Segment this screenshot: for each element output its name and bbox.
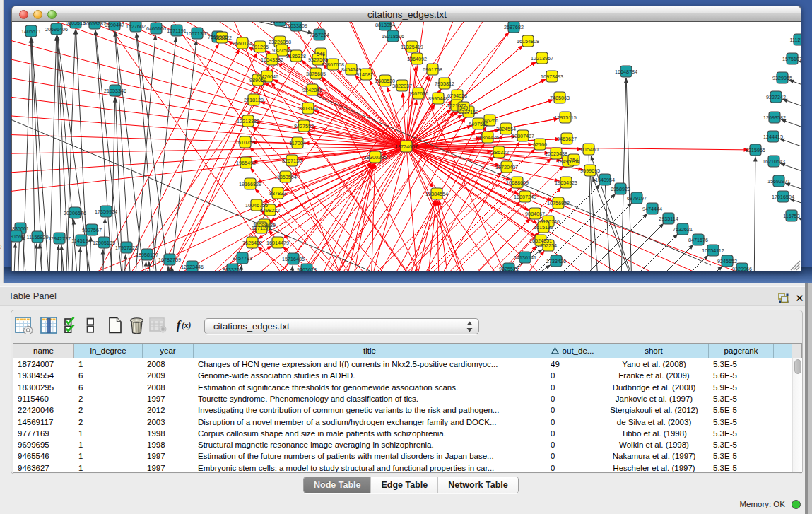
table-row[interactable]: 1456911722003Disruption of a novel membe… — [13, 416, 801, 428]
cell-name[interactable]: 9463627 — [13, 462, 74, 472]
table-chooser-dropdown[interactable]: citations_edges.txt — [204, 318, 479, 334]
pane-divider-handle[interactable]: 〉 — [0, 243, 3, 250]
unselect-all-icon[interactable] — [86, 317, 95, 336]
cell-out-de-[interactable]: 49 — [546, 358, 599, 370]
cell-title[interactable]: Genome-wide association studies in ADHD. — [194, 370, 546, 381]
cell-in-degree[interactable]: 2 — [74, 404, 143, 416]
cell-out-de-[interactable]: 0 — [546, 370, 599, 381]
close-panel-icon[interactable]: ✕ — [794, 293, 805, 304]
cell-name[interactable]: 18300295 — [13, 382, 74, 393]
cell-short[interactable]: de Silva et al. (2003) — [599, 416, 709, 428]
cell-in-degree[interactable]: 1 — [74, 462, 143, 472]
cell-short[interactable]: Jankovic et al. (1997) — [599, 393, 709, 404]
cell-in-degree[interactable]: 2 — [74, 393, 143, 404]
cell-title[interactable]: Tourette syndrome. Phenomenology and cla… — [194, 393, 546, 404]
cell-pagerank[interactable]: 5.3E-5 — [709, 428, 774, 439]
memory-indicator-icon[interactable] — [792, 500, 801, 509]
tab-node-table[interactable]: Node Table — [304, 477, 371, 493]
cell-name[interactable]: 9465546 — [13, 450, 74, 462]
cell-title[interactable]: Changes of HCN gene expression and I(f) … — [194, 358, 546, 370]
cell-year[interactable]: 1998 — [143, 439, 194, 450]
tab-network-table[interactable]: Network Table — [438, 477, 518, 493]
window-titlebar[interactable]: citations_edges.txt — [11, 6, 801, 22]
show-columns-icon[interactable] — [40, 317, 58, 337]
column-header-name[interactable]: name — [13, 344, 74, 358]
table-row[interactable]: 977716911998Corpus callosum shape and si… — [13, 428, 801, 439]
cell-year[interactable]: 2003 — [143, 416, 194, 428]
cell-pagerank[interactable]: 5.3E-5 — [709, 439, 774, 450]
table-row[interactable]: 1830029562008Estimation of significance … — [13, 382, 801, 393]
cell-short[interactable]: Wolkin et al. (1998) — [599, 439, 709, 450]
cell-in-degree[interactable]: 6 — [74, 382, 143, 393]
cell-short[interactable]: Tibbo et al. (1998) — [599, 428, 709, 439]
network-canvas[interactable]: 1405571206914069203516106532878990447152… — [11, 22, 801, 271]
tab-edge-table[interactable]: Edge Table — [371, 477, 438, 493]
cell-name[interactable]: 18724007 — [13, 358, 74, 370]
table-scrollbar-thumb[interactable] — [794, 359, 801, 374]
cell-short[interactable]: Nakamura et al. (1997) — [599, 450, 709, 462]
table-row[interactable]: 2242004622012Investigating the contribut… — [13, 404, 801, 416]
cell-out-de-[interactable]: 0 — [546, 393, 599, 404]
function-builder-icon[interactable]: f(x) — [176, 317, 194, 335]
cell-title[interactable]: Estimation of the future numbers of pati… — [194, 450, 546, 462]
cell-in-degree[interactable]: 1 — [74, 428, 143, 439]
cell-name[interactable]: 9777169 — [13, 428, 74, 439]
cell-pagerank[interactable]: 5.3E-5 — [709, 358, 774, 370]
column-header-pagerank[interactable]: pagerank — [709, 344, 774, 358]
cell-title[interactable]: Corpus callosum shape and size in male p… — [194, 428, 546, 439]
column-header-in-degree[interactable]: in_degree — [74, 344, 143, 358]
column-header-short[interactable]: short — [599, 344, 709, 358]
select-all-icon[interactable] — [64, 317, 76, 336]
cell-out-de-[interactable]: 0 — [546, 450, 599, 462]
cell-year[interactable]: 1997 — [143, 393, 194, 404]
cell-in-degree[interactable]: 2 — [74, 416, 143, 428]
cell-year[interactable]: 1997 — [143, 450, 194, 462]
cell-out-de-[interactable]: 0 — [546, 416, 599, 428]
float-panel-icon[interactable] — [778, 293, 789, 304]
cell-pagerank[interactable]: 5.3E-5 — [709, 462, 774, 472]
cell-year[interactable]: 1997 — [143, 462, 194, 472]
table-row[interactable]: 946362711997Embryonic stem cells: a mode… — [13, 462, 801, 472]
cell-pagerank[interactable]: 5.3E-5 — [709, 450, 774, 462]
cell-year[interactable]: 1998 — [143, 428, 194, 439]
cell-short[interactable]: Hescheler et al. (1997) — [599, 462, 709, 472]
column-header-year[interactable]: year — [143, 344, 194, 358]
table-row[interactable]: 946554611997Estimation of the future num… — [13, 450, 801, 462]
cell-out-de-[interactable]: 0 — [546, 382, 599, 393]
table-row[interactable]: 1938455462009Genome-wide association stu… — [13, 370, 801, 381]
cell-name[interactable]: 9115460 — [13, 393, 74, 404]
delete-column-icon[interactable] — [129, 317, 144, 337]
cell-year[interactable]: 2008 — [143, 382, 194, 393]
cell-name[interactable]: 14569117 — [13, 416, 74, 428]
cell-pagerank[interactable]: 5.3E-5 — [709, 416, 774, 428]
cell-year[interactable]: 2012 — [143, 404, 194, 416]
cell-name[interactable]: 22420046 — [13, 404, 74, 416]
cell-title[interactable]: Investigating the contribution of common… — [194, 404, 546, 416]
cell-out-de-[interactable]: 0 — [546, 462, 599, 472]
cell-short[interactable]: Dudbridge et al. (2008) — [599, 382, 709, 393]
cell-year[interactable]: 2009 — [143, 370, 194, 381]
cell-short[interactable]: Yano et al. (2008) — [599, 358, 709, 370]
cell-short[interactable]: Stergiakouli et al. (2012) — [599, 404, 709, 416]
cell-year[interactable]: 2008 — [143, 358, 194, 370]
cell-pagerank[interactable]: 5.5E-5 — [709, 404, 774, 416]
table-row[interactable]: 911546021997Tourette syndrome. Phenomeno… — [13, 393, 801, 404]
cell-out-de-[interactable]: 0 — [546, 404, 599, 416]
cell-in-degree[interactable]: 6 — [74, 370, 143, 381]
cell-in-degree[interactable]: 1 — [74, 358, 143, 370]
cell-title[interactable]: Structural magnetic resonance image aver… — [194, 439, 546, 450]
table-mode-icon[interactable] — [15, 317, 33, 337]
cell-out-de-[interactable]: 0 — [546, 428, 599, 439]
cell-title[interactable]: Disruption of a novel member of a sodium… — [194, 416, 546, 428]
cell-short[interactable]: Franke et al. (2009) — [599, 370, 709, 381]
table-row[interactable]: 969969511998Structural magnetic resonanc… — [13, 439, 801, 450]
column-header-out-de-[interactable]: out_de... — [546, 344, 599, 358]
cell-title[interactable]: Estimation of significance thresholds fo… — [194, 382, 546, 393]
cell-pagerank[interactable]: 5.9E-5 — [709, 382, 774, 393]
new-column-icon[interactable] — [107, 317, 123, 337]
delete-table-icon[interactable] — [149, 317, 167, 337]
cell-in-degree[interactable]: 1 — [74, 439, 143, 450]
cell-name[interactable]: 19384554 — [13, 370, 74, 381]
cell-pagerank[interactable]: 5.3E-5 — [709, 393, 774, 404]
cell-out-de-[interactable]: 0 — [546, 439, 599, 450]
